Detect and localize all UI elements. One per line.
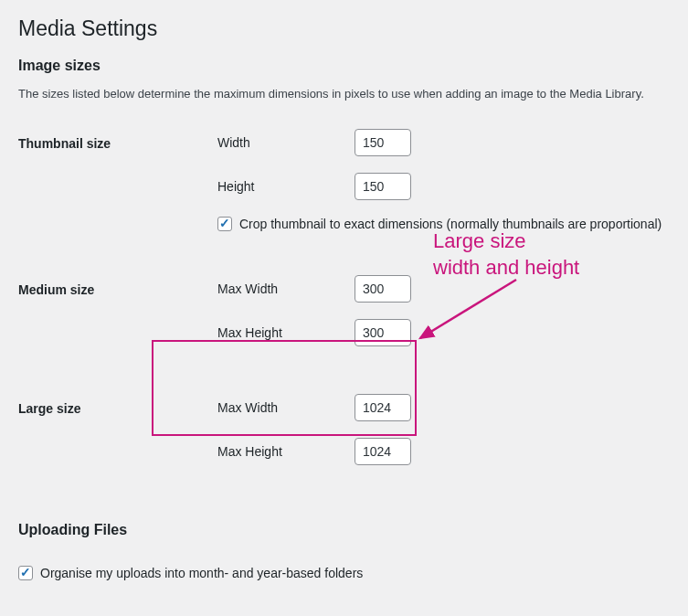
large-label: Large size bbox=[18, 394, 217, 416]
uploading-heading: Uploading Files bbox=[18, 522, 670, 538]
thumbnail-section: Thumbnail size Width Height Crop thumbna… bbox=[18, 129, 670, 244]
medium-max-height-label: Max Height bbox=[217, 325, 355, 340]
large-section: Large size Max Width Max Height bbox=[18, 394, 670, 482]
annotation-line2: width and height bbox=[433, 255, 579, 281]
medium-max-height-input[interactable] bbox=[355, 319, 411, 346]
annotation-text: Large size width and height bbox=[433, 228, 579, 281]
thumbnail-label: Thumbnail size bbox=[18, 129, 217, 151]
page-title: Media Settings bbox=[18, 16, 670, 41]
thumbnail-width-input[interactable] bbox=[355, 129, 411, 156]
large-max-width-label: Max Width bbox=[217, 400, 355, 415]
large-max-height-label: Max Height bbox=[217, 444, 355, 459]
image-sizes-description: The sizes listed below determine the max… bbox=[18, 85, 670, 103]
medium-max-width-input[interactable] bbox=[355, 275, 411, 303]
organise-label: Organise my uploads into month- and year… bbox=[40, 566, 363, 580]
large-max-height-input[interactable] bbox=[355, 438, 411, 465]
crop-checkbox[interactable] bbox=[217, 217, 232, 231]
large-max-width-input[interactable] bbox=[355, 394, 411, 421]
annotation-line1: Large size bbox=[433, 228, 579, 255]
medium-max-width-label: Max Width bbox=[217, 281, 355, 296]
medium-label: Medium size bbox=[18, 275, 217, 297]
organise-checkbox[interactable] bbox=[18, 566, 33, 580]
thumbnail-height-input[interactable] bbox=[355, 173, 411, 200]
image-sizes-heading: Image sizes bbox=[18, 58, 670, 74]
medium-section: Medium size Max Width Max Height bbox=[18, 275, 670, 363]
thumbnail-height-label: Height bbox=[217, 179, 355, 194]
thumbnail-width-label: Width bbox=[217, 135, 355, 150]
